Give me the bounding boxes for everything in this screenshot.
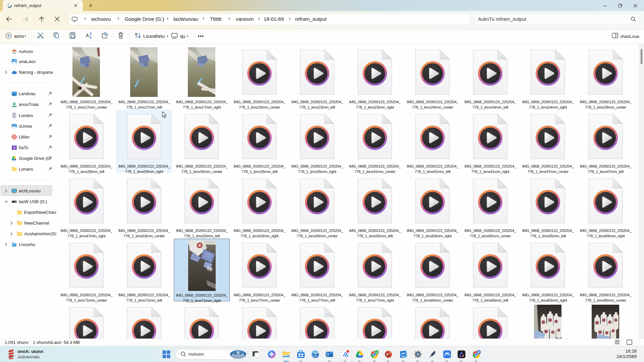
svg-text:SJ: SJ xyxy=(375,351,378,354)
svg-text:P: P xyxy=(386,353,389,357)
